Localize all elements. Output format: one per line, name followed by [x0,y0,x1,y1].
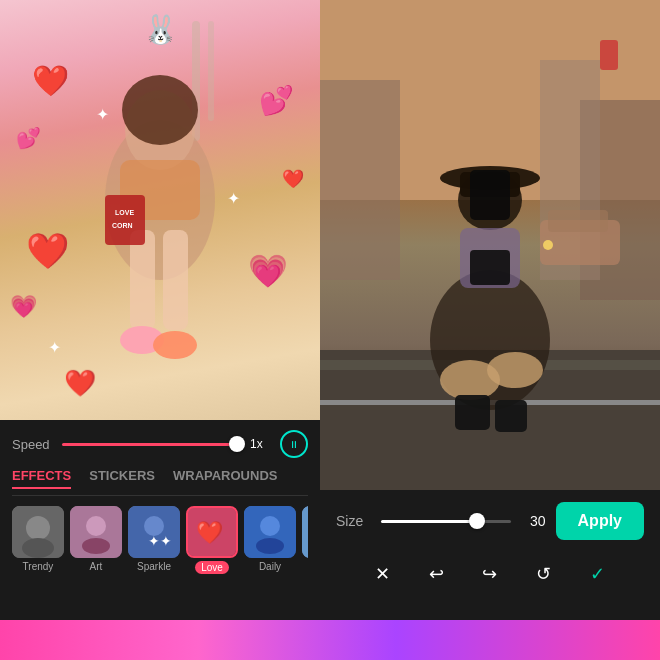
size-label: Size [336,513,371,529]
effect-label-trendy: Trendy [23,561,54,572]
effect-love[interactable]: ❤️ Love [186,506,238,574]
svg-rect-46 [455,395,490,430]
pause-button[interactable]: ⏸ [280,430,308,458]
undo-button[interactable]: ↩ [418,556,454,592]
speed-label: Speed [12,437,52,452]
svg-point-16 [82,538,110,554]
svg-rect-47 [495,400,527,432]
effect-label-sparkle: Sparkle [137,561,171,572]
svg-rect-43 [470,250,510,285]
tab-wraparounds[interactable]: WRAPAROUNDS [173,468,277,489]
svg-point-24 [256,538,284,554]
svg-rect-48 [470,170,510,220]
svg-point-45 [487,352,543,388]
effects-tabs-row: EFFECTS STICKERS WRAPAROUNDS [12,468,308,496]
left-photo: 🐰 LOVE CORN [0,0,320,420]
right-panel: Size 30 Apply ✕ ↩ ↪ ↺ ✓ [320,0,660,620]
svg-text:✦✦: ✦✦ [148,533,172,549]
left-photo-illustration: LOVE CORN [0,0,320,420]
left-panel: 🐰 LOVE CORN [0,0,320,620]
effect-label-art: Art [90,561,103,572]
svg-point-23 [260,516,280,536]
effect-label-love: Love [195,561,229,574]
reset-button[interactable]: ↺ [526,556,562,592]
svg-text:CORN: CORN [112,222,133,229]
speed-value: 1x [250,437,270,451]
svg-text:LOVE: LOVE [115,209,134,216]
svg-rect-4 [163,230,188,330]
bunny-ears-decoration: 🐰 [143,13,178,46]
right-photo [320,0,660,490]
svg-point-15 [86,516,106,536]
svg-point-7 [122,75,198,145]
svg-rect-37 [600,40,618,70]
effect-trendy[interactable]: Trendy [12,506,64,574]
svg-point-13 [22,538,54,558]
redo-button[interactable]: ↪ [472,556,508,592]
svg-rect-50 [548,210,608,232]
size-slider[interactable] [381,520,511,523]
size-control-row: Size 30 Apply [336,502,644,540]
size-value: 30 [521,513,546,529]
svg-point-12 [26,516,50,540]
effect-label-daily: Daily [259,561,281,572]
effect-thumb-light [302,506,308,558]
size-slider-thumb[interactable] [469,513,485,529]
svg-rect-8 [105,195,145,245]
tab-effects[interactable]: EFFECTS [12,468,71,489]
effect-light[interactable]: Light [302,506,308,574]
svg-text:❤️: ❤️ [196,519,224,546]
effects-grid: Trendy Art ✦✦ Sparkle ❤️ [12,506,308,574]
tab-stickers[interactable]: STICKERS [89,468,155,489]
svg-point-6 [153,331,197,359]
speed-slider-thumb[interactable] [229,436,245,452]
effect-thumb-art [70,506,122,558]
effect-sparkle[interactable]: ✦✦ Sparkle [128,506,180,574]
right-controls-panel: Size 30 Apply ✕ ↩ ↪ ↺ ✓ [320,490,660,620]
effect-thumb-trendy [12,506,64,558]
speed-slider[interactable] [62,443,240,446]
confirm-button[interactable]: ✓ [579,556,615,592]
effect-thumb-love: ❤️ [186,506,238,558]
speed-control-row: Speed 1x ⏸ [12,430,308,458]
effect-thumb-daily [244,506,296,558]
svg-point-51 [543,240,553,250]
apply-button[interactable]: Apply [556,502,644,540]
right-photo-illustration [320,0,660,490]
action-buttons-row: ✕ ↩ ↪ ↺ ✓ [336,556,644,592]
effect-thumb-sparkle: ✦✦ [128,506,180,558]
bottom-bar [0,620,660,660]
effect-art[interactable]: Art [70,506,122,574]
left-controls-panel: Speed 1x ⏸ EFFECTS STICKERS WRAPAROUNDS … [0,420,320,620]
effect-daily[interactable]: Daily [244,506,296,574]
svg-rect-31 [320,80,400,280]
cancel-button[interactable]: ✕ [365,556,401,592]
svg-rect-25 [302,506,308,558]
